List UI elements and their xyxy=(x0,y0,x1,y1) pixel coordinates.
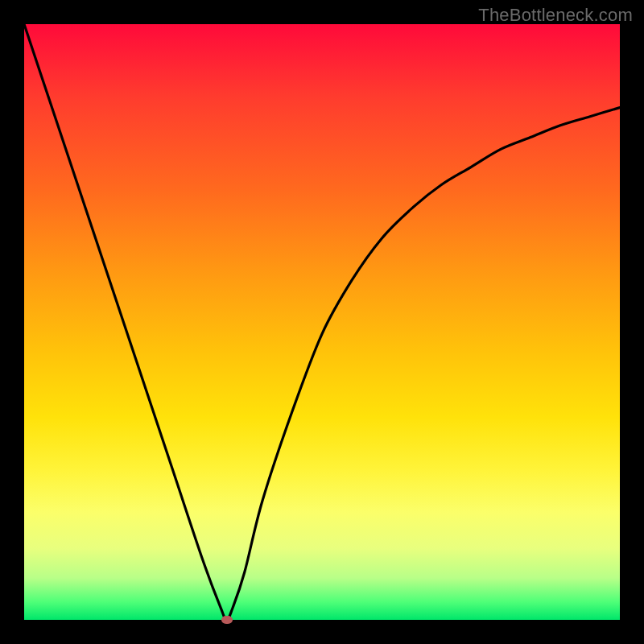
chart-frame: TheBottleneck.com xyxy=(0,0,644,644)
optimal-point-marker xyxy=(221,616,233,624)
plot-area xyxy=(24,24,620,620)
bottleneck-curve xyxy=(24,24,620,620)
watermark-text: TheBottleneck.com xyxy=(478,5,633,26)
